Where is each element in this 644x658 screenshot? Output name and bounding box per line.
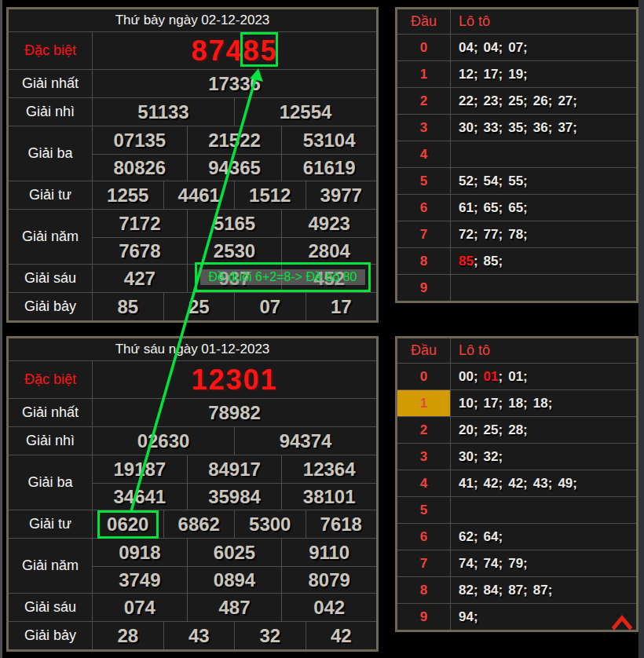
prize-line: 28433242 [93, 622, 376, 649]
prize-number: 6025 [214, 542, 255, 564]
prize-number: 2530 [214, 240, 255, 262]
prize-label: Giải bảy [9, 293, 93, 320]
loto-row: 772;77;78; [397, 221, 636, 247]
loto-value: 17; [484, 396, 503, 411]
loto-row: 9 [397, 274, 636, 301]
prize-number: 94374 [280, 430, 332, 452]
prize-lines: 78982 [93, 399, 376, 426]
loto-number: 77 [484, 227, 499, 242]
special-prize-row: Đặc biệt 87485 [9, 31, 376, 69]
prize-value-cell: 5165 [187, 210, 282, 237]
loto-number: 19 [508, 67, 523, 82]
loto-value: 55; [508, 174, 528, 189]
prize-row: Giải tư1255446115123977 [9, 181, 376, 209]
loto-values-cell: 62;64; [451, 524, 636, 550]
prize-value-cell: 32 [234, 622, 306, 649]
prize-number: 19187 [113, 459, 166, 481]
prize-lines: 85250717 [93, 293, 376, 320]
loto-number: 42 [508, 476, 523, 491]
loto-values-cell: 30;33;35;36;37; [451, 115, 636, 141]
prize-value-cell: 61619 [281, 155, 376, 181]
prize-value-cell: 19187 [93, 455, 187, 483]
scroll-top-button[interactable] [612, 614, 632, 631]
prize-value-cell: 85 [93, 293, 163, 320]
prize-line: 374908948079 [93, 566, 376, 593]
prize-row: Giải năm091860259110374908948079 [9, 538, 376, 593]
loto-number: 85 [484, 254, 499, 269]
loto-value: 42; [484, 476, 503, 492]
loto-number: 18 [533, 396, 548, 411]
loto-row: 004;04;07; [397, 34, 636, 60]
loto-header-cell: Lô tô [451, 13, 636, 30]
prize-number: 42 [331, 625, 352, 647]
prize-number: 8079 [308, 569, 349, 591]
loto-number: 78 [508, 227, 523, 242]
prize-line: 808269436561619 [93, 154, 376, 181]
loto-number: 30 [459, 120, 474, 135]
prize-line: 427937452 [93, 265, 376, 292]
prize-label: Giải ba [9, 126, 93, 181]
prize-number: 6862 [178, 514, 220, 536]
prize-value-cell: 4923 [281, 210, 376, 237]
loto-value: 35; [508, 120, 528, 136]
loto-number: 28 [508, 422, 523, 437]
loto-number: 33 [484, 120, 499, 135]
loto-row: 885;85; [397, 247, 636, 274]
dau-cell: 9 [397, 275, 451, 301]
loto-value: 10; [459, 396, 478, 411]
prize-line: 17336 [93, 70, 376, 97]
prize-number: 38101 [303, 486, 356, 508]
loto-table-day2: Đầu Lô tô 000;01;01;110;17;18;18;220;25;… [395, 336, 639, 632]
prize-rows: Giải nhất17336Giải nhì5113312554Giải ba0… [9, 69, 376, 320]
prize-row: Giải tư0620686253007618 [9, 510, 376, 538]
dau-cell: 2 [397, 88, 451, 114]
prize-value-cell: 9110 [281, 539, 376, 566]
loto-value: 27; [558, 93, 577, 109]
prize-line: 78982 [93, 399, 376, 426]
prize-value-cell: 0918 [93, 539, 187, 566]
prize-value-cell: 35984 [187, 484, 282, 510]
loto-values-cell: 00;01;01; [451, 364, 636, 389]
loto-number: 36 [533, 120, 548, 135]
loto-number: 01 [484, 369, 499, 384]
prize-number: 7172 [119, 213, 160, 235]
prize-number: 1255 [107, 185, 148, 207]
prize-value-cell: 5300 [234, 510, 306, 538]
chevron-up-icon [612, 614, 632, 631]
dau-cell: 1 [397, 390, 451, 416]
prize-value-cell: 042 [281, 594, 376, 621]
dau-cell: 6 [397, 195, 451, 221]
result-table-title: Thứ sáu ngày 01-12-2023 [9, 338, 376, 360]
loto-number: 62 [459, 529, 474, 544]
prize-number: 28 [117, 625, 138, 647]
prize-label: Giải nhì [9, 98, 93, 126]
loto-number: 30 [459, 449, 474, 464]
dau-cell: 0 [397, 35, 451, 60]
loto-row: 110;17;18;18; [397, 389, 636, 416]
prize-line: 074487042 [93, 594, 376, 621]
result-table-day2: Thứ sáu ngày 01-12-2023 Đặc biệt 12301 G… [6, 336, 379, 652]
loto-value: 42; [508, 476, 528, 492]
loto-value: 64; [484, 529, 503, 545]
prize-lines: 17336 [93, 70, 376, 97]
loto-value: 74; [459, 556, 478, 572]
loto-value: 85; [484, 254, 503, 269]
loto-number: 32 [484, 449, 499, 464]
prize-number: 074 [124, 597, 156, 619]
loto-number: 35 [508, 120, 523, 135]
prize-row: Giải ba191878491712364346413598438101 [9, 455, 376, 510]
prize-value-cell: 07135 [93, 126, 187, 154]
loto-values-cell: 74;74;79; [451, 550, 636, 576]
loto-values-cell: 82;84;87;87; [451, 577, 636, 603]
loto-row: 220;25;28; [397, 416, 636, 443]
loto-number: 20 [459, 422, 474, 437]
loto-number: 27 [558, 93, 573, 108]
prize-line: 767825302804 [93, 237, 376, 264]
prize-value-cell: 28 [93, 622, 163, 649]
prize-label: Giải sáu [9, 594, 93, 621]
loto-number: 87 [533, 583, 548, 598]
prize-line: 091860259110 [93, 539, 376, 566]
prize-value-cell: 21522 [187, 126, 282, 154]
loto-value: 32; [484, 449, 503, 465]
loto-number: 04 [484, 40, 499, 55]
